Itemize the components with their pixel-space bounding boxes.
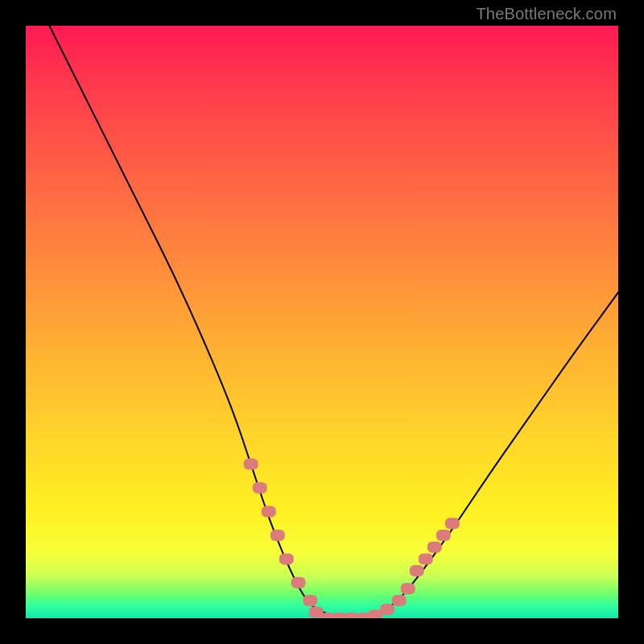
plot-area bbox=[26, 26, 618, 618]
data-point bbox=[419, 553, 433, 564]
data-point bbox=[262, 506, 276, 518]
data-point bbox=[270, 530, 285, 541]
curve-line bbox=[49, 26, 618, 618]
data-point bbox=[253, 482, 267, 493]
data-point bbox=[291, 577, 306, 588]
data-point bbox=[380, 604, 394, 615]
data-point bbox=[445, 518, 460, 529]
data-point bbox=[303, 595, 317, 606]
chart-frame: TheBottleneck.com bbox=[0, 0, 644, 644]
chart-svg bbox=[26, 26, 618, 618]
data-point bbox=[427, 542, 442, 553]
data-point bbox=[392, 595, 407, 606]
data-point bbox=[410, 565, 424, 576]
data-point bbox=[436, 530, 451, 541]
data-point bbox=[401, 583, 415, 594]
data-point bbox=[244, 459, 258, 470]
data-point bbox=[279, 553, 294, 564]
watermark-text: TheBottleneck.com bbox=[476, 5, 617, 23]
